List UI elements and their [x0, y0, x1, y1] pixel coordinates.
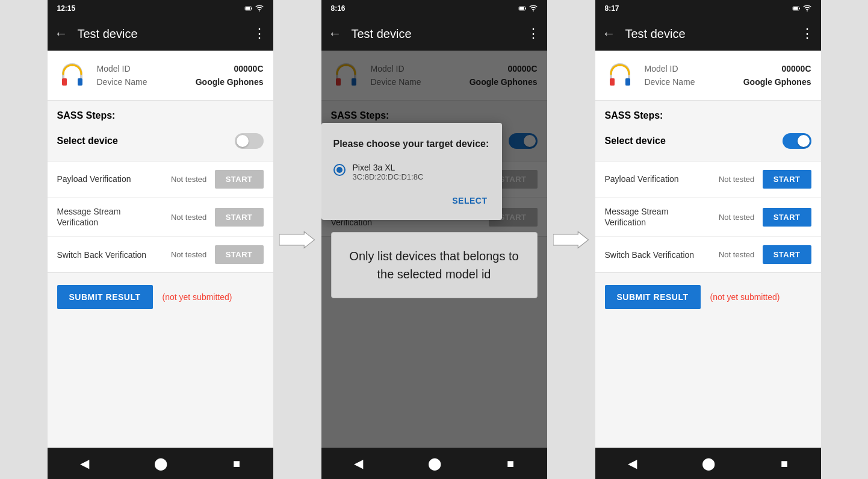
svg-rect-9 [519, 7, 524, 10]
device-logo-3 [605, 60, 635, 90]
model-id-row-1: Model ID 00000C [97, 62, 264, 75]
transition-arrow-2 [553, 231, 589, 249]
select-device-row-1: Select device [48, 126, 273, 156]
arrow-2 [547, 231, 595, 249]
submit-row-3: SUBMIT RESULT (not yet submitted) [595, 273, 821, 321]
radio-button-pixel[interactable] [333, 164, 346, 176]
status-bar-2: 8:16 [321, 0, 547, 17]
dialog-device-name: Pixel 3a XL [353, 163, 424, 172]
back-button-3[interactable]: ← [603, 26, 616, 42]
back-button-2[interactable]: ← [329, 26, 342, 42]
start-button-payload-1[interactable]: START [215, 170, 264, 189]
status-icons-1 [244, 4, 264, 13]
select-device-toggle-1[interactable] [235, 133, 264, 149]
dialog-select-button[interactable]: SELECT [450, 191, 489, 210]
model-id-row-3: Model ID 00000C [645, 62, 811, 75]
status-time-1: 12:15 [57, 4, 76, 13]
svg-rect-5 [78, 78, 82, 86]
step-name-payload-1: Payload Verification [57, 174, 163, 184]
target-device-dialog: Please choose your target device: Pixel … [321, 123, 502, 220]
toggle-knob-1 [237, 135, 249, 147]
start-button-message-3[interactable]: START [763, 208, 811, 227]
select-device-label-3: Select device [605, 136, 666, 146]
svg-rect-2 [246, 7, 250, 10]
menu-button-1[interactable]: ⋮ [253, 26, 266, 42]
step-status-message-3: Not tested [716, 213, 758, 222]
content-3: Model ID 00000C Device Name Google Gphon… [595, 51, 821, 448]
device-name-value-1: Google Gphones [196, 75, 264, 89]
device-label-3: Device Name [645, 75, 695, 89]
app-title-2: Test device [352, 27, 517, 41]
nav-home-2[interactable]: ⬤ [416, 451, 453, 475]
battery-icon-3 [792, 4, 801, 13]
wifi-icon-1 [255, 4, 264, 13]
svg-point-3 [259, 10, 260, 11]
model-value-3: 00000C [781, 62, 811, 75]
submit-status-1: (not yet submitted) [163, 292, 232, 302]
app-title-1: Test device [78, 27, 243, 41]
battery-icon-1 [244, 4, 253, 13]
submit-button-3[interactable]: SUBMIT RESULT [605, 285, 701, 309]
device-name-row-1: Device Name Google Gphones [97, 75, 264, 89]
submit-row-1: SUBMIT RESULT (not yet submitted) [48, 273, 273, 321]
table-row: Message Stream Verification Not tested S… [595, 198, 821, 237]
phone-screen-1: 12:15 ← Test device ⋮ Model ID 000 [48, 0, 273, 479]
nav-back-3[interactable]: ◀ [616, 451, 649, 475]
device-name-value-3: Google Gphones [743, 75, 811, 89]
wifi-icon-2 [529, 4, 538, 13]
table-row: Payload Verification Not tested START [48, 161, 273, 198]
content-1: Model ID 00000C Device Name Google Gphon… [48, 51, 273, 448]
steps-list-1: Payload Verification Not tested START Me… [48, 161, 273, 273]
device-label-1: Device Name [97, 75, 147, 89]
sass-steps-label-3: SASS Steps: [595, 101, 821, 126]
toggle-knob-3 [798, 135, 810, 147]
svg-marker-6 [279, 231, 315, 248]
svg-rect-15 [799, 8, 799, 9]
dialog-title: Please choose your target device: [333, 137, 490, 151]
back-button-1[interactable]: ← [55, 26, 68, 42]
nav-square-3[interactable]: ■ [769, 452, 800, 475]
model-label-3: Model ID [645, 62, 678, 75]
start-button-payload-3[interactable]: START [763, 170, 811, 189]
nav-square-1[interactable]: ■ [221, 452, 252, 475]
status-bar-3: 8:17 [595, 0, 821, 17]
step-name-switch-1: Switch Back Verification [57, 249, 163, 260]
svg-rect-1 [251, 8, 252, 9]
dialog-overlay: Please choose your target device: Pixel … [321, 51, 547, 448]
nav-home-3[interactable]: ⬤ [690, 451, 727, 475]
select-device-toggle-3[interactable] [783, 133, 811, 149]
submit-button-1[interactable]: SUBMIT RESULT [57, 285, 153, 309]
step-name-payload-3: Payload Verification [605, 174, 711, 184]
device-option-info: Pixel 3a XL 3C:8D:20:DC:D1:8C [353, 163, 424, 181]
menu-button-2[interactable]: ⋮ [527, 26, 540, 42]
steps-list-3: Payload Verification Not tested START Me… [595, 161, 821, 273]
start-button-message-1[interactable]: START [215, 208, 264, 227]
start-button-switch-3[interactable]: START [763, 245, 811, 264]
status-icons-3 [792, 4, 811, 13]
table-row: Switch Back Verification Not tested STAR… [48, 237, 273, 272]
svg-rect-8 [525, 8, 525, 9]
step-name-message-3: Message Stream Verification [605, 206, 711, 228]
status-time-3: 8:17 [605, 4, 619, 13]
select-device-row-3: Select device [595, 126, 821, 156]
select-device-label-1: Select device [57, 136, 118, 146]
status-icons-2 [518, 4, 538, 13]
nav-back-1[interactable]: ◀ [68, 451, 101, 475]
nav-bar-3: ◀ ⬤ ■ [595, 448, 821, 479]
radio-inner-pixel [336, 167, 343, 173]
step-name-message-1: Message Stream Verification [57, 206, 163, 228]
start-button-switch-1[interactable]: START [215, 245, 264, 264]
svg-point-10 [533, 10, 534, 11]
model-label-1: Model ID [97, 62, 131, 75]
device-card-1: Model ID 00000C Device Name Google Gphon… [48, 51, 273, 101]
phone-screen-2: 8:16 ← Test device ⋮ Model ID 00000C [321, 0, 547, 479]
menu-button-3[interactable]: ⋮ [801, 26, 814, 42]
svg-marker-13 [553, 231, 589, 248]
nav-back-2[interactable]: ◀ [342, 451, 375, 475]
step-name-switch-3: Switch Back Verification [605, 249, 711, 260]
nav-home-1[interactable]: ⬤ [142, 451, 179, 475]
nav-square-2[interactable]: ■ [495, 452, 526, 475]
battery-icon-2 [518, 4, 527, 13]
table-row: Switch Back Verification Not tested STAR… [595, 237, 821, 272]
device-card-3: Model ID 00000C Device Name Google Gphon… [595, 51, 821, 101]
